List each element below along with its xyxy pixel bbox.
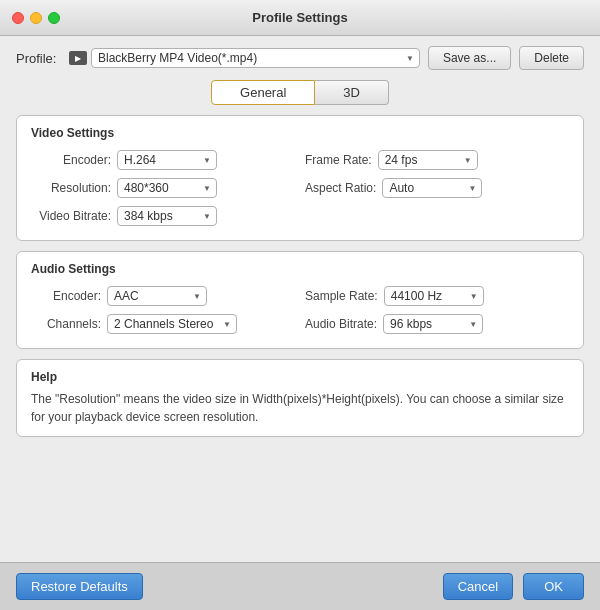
audio-encoder-dropdown[interactable]: AAC (107, 286, 207, 306)
help-title: Help (31, 370, 569, 384)
frame-rate-dropdown-wrapper[interactable]: 24 fps (378, 150, 478, 170)
cancel-button[interactable]: Cancel (443, 573, 513, 600)
save-as-button[interactable]: Save as... (428, 46, 511, 70)
frame-rate-row: Frame Rate: 24 fps (305, 150, 569, 170)
profile-dropdown[interactable]: BlackBerry MP4 Video(*.mp4) (91, 48, 420, 68)
audio-bitrate-dropdown-wrapper[interactable]: 96 kbps (383, 314, 483, 334)
encoder-dropdown[interactable]: H.264 (117, 150, 217, 170)
sample-rate-dropdown-wrapper[interactable]: 44100 Hz (384, 286, 484, 306)
resolution-row: Resolution: 480*360 (31, 178, 295, 198)
delete-button[interactable]: Delete (519, 46, 584, 70)
resolution-label: Resolution: (31, 181, 111, 195)
video-bitrate-dropdown[interactable]: 384 kbps (117, 206, 217, 226)
title-bar: Profile Settings (0, 0, 600, 36)
footer-right: Cancel OK (443, 573, 584, 600)
sample-rate-label: Sample Rate: (305, 289, 378, 303)
window-controls[interactable] (12, 12, 60, 24)
aspect-ratio-label: Aspect Ratio: (305, 181, 376, 195)
restore-defaults-button[interactable]: Restore Defaults (16, 573, 143, 600)
channels-dropdown-wrapper[interactable]: 2 Channels Stereo (107, 314, 237, 334)
aspect-ratio-dropdown[interactable]: Auto (382, 178, 482, 198)
sample-rate-row: Sample Rate: 44100 Hz (305, 286, 569, 306)
audio-bitrate-row: Audio Bitrate: 96 kbps (305, 314, 569, 334)
dialog-footer: Restore Defaults Cancel OK (0, 562, 600, 610)
audio-settings-grid: Encoder: AAC Sample Rate: 44100 Hz Cha (31, 286, 569, 334)
encoder-label: Encoder: (31, 153, 111, 167)
tab-3d[interactable]: 3D (315, 80, 389, 105)
profile-icon: ▶ (69, 51, 87, 65)
audio-encoder-dropdown-wrapper[interactable]: AAC (107, 286, 207, 306)
resolution-dropdown[interactable]: 480*360 (117, 178, 217, 198)
video-settings-title: Video Settings (31, 126, 569, 140)
tab-general[interactable]: General (211, 80, 315, 105)
audio-bitrate-dropdown[interactable]: 96 kbps (383, 314, 483, 334)
profile-select-wrapper: ▶ BlackBerry MP4 Video(*.mp4) (69, 48, 420, 68)
maximize-button[interactable] (48, 12, 60, 24)
dialog-title: Profile Settings (252, 10, 347, 25)
video-bitrate-dropdown-wrapper[interactable]: 384 kbps (117, 206, 217, 226)
video-settings-section: Video Settings Encoder: H.264 Frame Rate… (16, 115, 584, 241)
frame-rate-dropdown[interactable]: 24 fps (378, 150, 478, 170)
audio-settings-section: Audio Settings Encoder: AAC Sample Rate:… (16, 251, 584, 349)
audio-encoder-label: Encoder: (31, 289, 101, 303)
audio-settings-title: Audio Settings (31, 262, 569, 276)
resolution-dropdown-wrapper[interactable]: 480*360 (117, 178, 217, 198)
encoder-dropdown-wrapper[interactable]: H.264 (117, 150, 217, 170)
video-bitrate-row: Video Bitrate: 384 kbps (31, 206, 295, 226)
ok-button[interactable]: OK (523, 573, 584, 600)
close-button[interactable] (12, 12, 24, 24)
channels-row: Channels: 2 Channels Stereo (31, 314, 295, 334)
help-text: The "Resolution" means the video size in… (31, 390, 569, 426)
audio-bitrate-label: Audio Bitrate: (305, 317, 377, 331)
profile-dropdown-wrapper[interactable]: BlackBerry MP4 Video(*.mp4) (91, 48, 420, 68)
aspect-ratio-row: Aspect Ratio: Auto (305, 178, 569, 198)
video-settings-grid: Encoder: H.264 Frame Rate: 24 fps Reso (31, 150, 569, 226)
minimize-button[interactable] (30, 12, 42, 24)
dialog-body: Profile: ▶ BlackBerry MP4 Video(*.mp4) S… (0, 36, 600, 562)
tabs-row: General 3D (16, 80, 584, 105)
encoder-row: Encoder: H.264 (31, 150, 295, 170)
profile-label: Profile: (16, 51, 61, 66)
channels-dropdown[interactable]: 2 Channels Stereo (107, 314, 237, 334)
frame-rate-label: Frame Rate: (305, 153, 372, 167)
audio-encoder-row: Encoder: AAC (31, 286, 295, 306)
profile-row: Profile: ▶ BlackBerry MP4 Video(*.mp4) S… (16, 46, 584, 70)
help-section: Help The "Resolution" means the video si… (16, 359, 584, 437)
video-bitrate-label: Video Bitrate: (31, 209, 111, 223)
aspect-ratio-dropdown-wrapper[interactable]: Auto (382, 178, 482, 198)
sample-rate-dropdown[interactable]: 44100 Hz (384, 286, 484, 306)
channels-label: Channels: (31, 317, 101, 331)
